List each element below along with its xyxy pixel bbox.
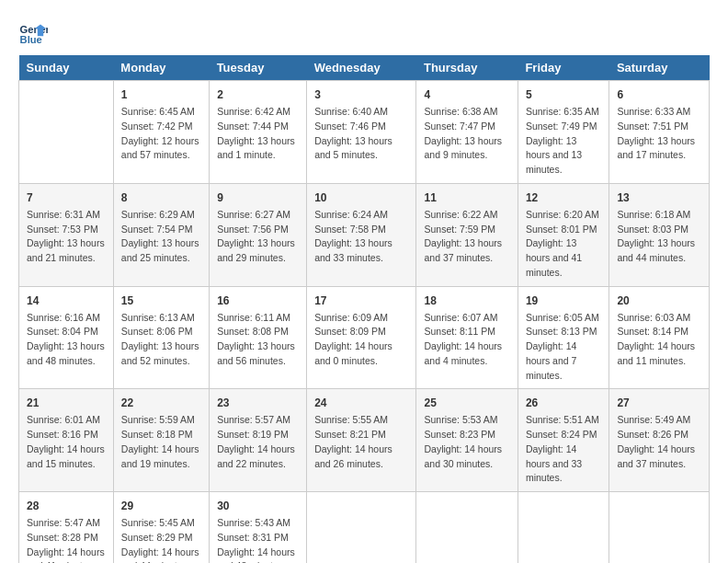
- day-number: 23: [217, 395, 299, 411]
- day-number: 24: [314, 395, 408, 411]
- week-row-4: 21Sunrise: 6:01 AMSunset: 8:16 PMDayligh…: [19, 389, 710, 492]
- day-number: 21: [27, 395, 106, 411]
- day-number: 29: [121, 498, 201, 514]
- calendar-cell: 20Sunrise: 6:03 AMSunset: 8:14 PMDayligh…: [609, 286, 710, 389]
- day-number: 25: [424, 395, 509, 411]
- page-header: General Blue: [18, 18, 710, 48]
- day-number: 3: [314, 86, 408, 103]
- week-row-2: 7Sunrise: 6:31 AMSunset: 7:53 PMDaylight…: [19, 183, 710, 286]
- calendar-cell: 23Sunrise: 5:57 AMSunset: 8:19 PMDayligh…: [210, 389, 307, 492]
- col-header-tuesday: Tuesday: [210, 55, 307, 81]
- calendar-cell: 2Sunrise: 6:42 AMSunset: 7:44 PMDaylight…: [210, 81, 307, 184]
- day-number: 1: [121, 86, 201, 103]
- cell-info: Sunrise: 6:31 AMSunset: 7:53 PMDaylight:…: [27, 208, 106, 266]
- cell-info: Sunrise: 5:57 AMSunset: 8:19 PMDaylight:…: [217, 413, 299, 471]
- calendar-cell: 25Sunrise: 5:53 AMSunset: 8:23 PMDayligh…: [416, 389, 518, 492]
- day-number: 20: [617, 293, 701, 309]
- col-header-thursday: Thursday: [416, 55, 518, 81]
- week-row-3: 14Sunrise: 6:16 AMSunset: 8:04 PMDayligh…: [19, 286, 710, 389]
- calendar-cell: 9Sunrise: 6:27 AMSunset: 7:56 PMDaylight…: [210, 183, 307, 286]
- calendar-cell: 1Sunrise: 6:45 AMSunset: 7:42 PMDaylight…: [113, 81, 209, 184]
- day-number: 9: [217, 190, 299, 206]
- calendar-cell: 22Sunrise: 5:59 AMSunset: 8:18 PMDayligh…: [113, 389, 209, 492]
- cell-info: Sunrise: 6:05 AMSunset: 8:13 PMDaylight:…: [526, 311, 602, 384]
- col-header-monday: Monday: [113, 55, 209, 81]
- cell-info: Sunrise: 6:01 AMSunset: 8:16 PMDaylight:…: [27, 413, 106, 471]
- day-number: 22: [121, 395, 201, 411]
- day-number: 15: [121, 293, 201, 309]
- cell-info: Sunrise: 6:42 AMSunset: 7:44 PMDaylight:…: [217, 105, 299, 163]
- header-row: SundayMondayTuesdayWednesdayThursdayFrid…: [19, 55, 710, 81]
- cell-info: Sunrise: 6:45 AMSunset: 7:42 PMDaylight:…: [121, 105, 201, 163]
- calendar-table: SundayMondayTuesdayWednesdayThursdayFrid…: [18, 55, 710, 563]
- cell-info: Sunrise: 6:40 AMSunset: 7:46 PMDaylight:…: [314, 105, 408, 163]
- calendar-cell: 29Sunrise: 5:45 AMSunset: 8:29 PMDayligh…: [113, 492, 209, 564]
- calendar-cell: 18Sunrise: 6:07 AMSunset: 8:11 PMDayligh…: [416, 286, 518, 389]
- day-number: 18: [424, 293, 509, 309]
- day-number: 14: [27, 293, 106, 309]
- day-number: 26: [526, 395, 602, 411]
- calendar-cell: 17Sunrise: 6:09 AMSunset: 8:09 PMDayligh…: [307, 286, 416, 389]
- day-number: 17: [314, 293, 408, 309]
- calendar-cell: [307, 492, 416, 564]
- day-number: 10: [314, 190, 408, 206]
- cell-info: Sunrise: 5:43 AMSunset: 8:31 PMDaylight:…: [217, 516, 299, 563]
- cell-info: Sunrise: 6:33 AMSunset: 7:51 PMDaylight:…: [617, 105, 701, 163]
- cell-info: Sunrise: 5:49 AMSunset: 8:26 PMDaylight:…: [617, 413, 701, 471]
- calendar-cell: 13Sunrise: 6:18 AMSunset: 8:03 PMDayligh…: [609, 183, 710, 286]
- calendar-cell: 5Sunrise: 6:35 AMSunset: 7:49 PMDaylight…: [518, 81, 609, 184]
- cell-info: Sunrise: 6:35 AMSunset: 7:49 PMDaylight:…: [526, 105, 602, 178]
- calendar-cell: 10Sunrise: 6:24 AMSunset: 7:58 PMDayligh…: [307, 183, 416, 286]
- day-number: 30: [217, 498, 299, 514]
- calendar-cell: [609, 492, 710, 564]
- day-number: 27: [617, 395, 701, 411]
- cell-info: Sunrise: 6:18 AMSunset: 8:03 PMDaylight:…: [617, 208, 701, 266]
- cell-info: Sunrise: 6:29 AMSunset: 7:54 PMDaylight:…: [121, 208, 201, 266]
- day-number: 5: [526, 86, 602, 103]
- cell-info: Sunrise: 6:16 AMSunset: 8:04 PMDaylight:…: [27, 311, 106, 369]
- calendar-cell: [416, 492, 518, 564]
- cell-info: Sunrise: 6:09 AMSunset: 8:09 PMDaylight:…: [314, 311, 408, 369]
- calendar-cell: 14Sunrise: 6:16 AMSunset: 8:04 PMDayligh…: [19, 286, 114, 389]
- calendar-cell: [19, 81, 114, 184]
- day-number: 12: [526, 190, 602, 206]
- col-header-sunday: Sunday: [19, 55, 114, 81]
- calendar-cell: 24Sunrise: 5:55 AMSunset: 8:21 PMDayligh…: [307, 389, 416, 492]
- cell-info: Sunrise: 6:27 AMSunset: 7:56 PMDaylight:…: [217, 208, 299, 266]
- calendar-cell: 30Sunrise: 5:43 AMSunset: 8:31 PMDayligh…: [210, 492, 307, 564]
- calendar-cell: 15Sunrise: 6:13 AMSunset: 8:06 PMDayligh…: [113, 286, 209, 389]
- calendar-cell: 8Sunrise: 6:29 AMSunset: 7:54 PMDaylight…: [113, 183, 209, 286]
- calendar-cell: 19Sunrise: 6:05 AMSunset: 8:13 PMDayligh…: [518, 286, 609, 389]
- logo: General Blue: [18, 18, 51, 48]
- calendar-cell: 11Sunrise: 6:22 AMSunset: 7:59 PMDayligh…: [416, 183, 518, 286]
- day-number: 16: [217, 293, 299, 309]
- cell-info: Sunrise: 5:47 AMSunset: 8:28 PMDaylight:…: [27, 516, 106, 563]
- calendar-cell: 21Sunrise: 6:01 AMSunset: 8:16 PMDayligh…: [19, 389, 114, 492]
- calendar-cell: 12Sunrise: 6:20 AMSunset: 8:01 PMDayligh…: [518, 183, 609, 286]
- cell-info: Sunrise: 6:11 AMSunset: 8:08 PMDaylight:…: [217, 311, 299, 369]
- week-row-5: 28Sunrise: 5:47 AMSunset: 8:28 PMDayligh…: [19, 492, 710, 564]
- cell-info: Sunrise: 6:24 AMSunset: 7:58 PMDaylight:…: [314, 208, 408, 266]
- cell-info: Sunrise: 6:13 AMSunset: 8:06 PMDaylight:…: [121, 311, 201, 369]
- cell-info: Sunrise: 5:53 AMSunset: 8:23 PMDaylight:…: [424, 413, 509, 471]
- calendar-cell: 3Sunrise: 6:40 AMSunset: 7:46 PMDaylight…: [307, 81, 416, 184]
- svg-text:General: General: [20, 24, 48, 35]
- day-number: 2: [217, 86, 299, 103]
- cell-info: Sunrise: 6:07 AMSunset: 8:11 PMDaylight:…: [424, 311, 509, 369]
- cell-info: Sunrise: 6:20 AMSunset: 8:01 PMDaylight:…: [526, 208, 602, 281]
- cell-info: Sunrise: 5:59 AMSunset: 8:18 PMDaylight:…: [121, 413, 201, 471]
- col-header-saturday: Saturday: [609, 55, 710, 81]
- day-number: 6: [617, 86, 701, 103]
- calendar-cell: 4Sunrise: 6:38 AMSunset: 7:47 PMDaylight…: [416, 81, 518, 184]
- cell-info: Sunrise: 6:38 AMSunset: 7:47 PMDaylight:…: [424, 105, 509, 163]
- calendar-cell: 16Sunrise: 6:11 AMSunset: 8:08 PMDayligh…: [210, 286, 307, 389]
- day-number: 28: [27, 498, 106, 514]
- cell-info: Sunrise: 5:55 AMSunset: 8:21 PMDaylight:…: [314, 413, 408, 471]
- calendar-cell: 27Sunrise: 5:49 AMSunset: 8:26 PMDayligh…: [609, 389, 710, 492]
- cell-info: Sunrise: 6:22 AMSunset: 7:59 PMDaylight:…: [424, 208, 509, 266]
- cell-info: Sunrise: 5:45 AMSunset: 8:29 PMDaylight:…: [121, 516, 201, 563]
- col-header-friday: Friday: [518, 55, 609, 81]
- day-number: 19: [526, 293, 602, 309]
- day-number: 11: [424, 190, 509, 206]
- cell-info: Sunrise: 6:03 AMSunset: 8:14 PMDaylight:…: [617, 311, 701, 369]
